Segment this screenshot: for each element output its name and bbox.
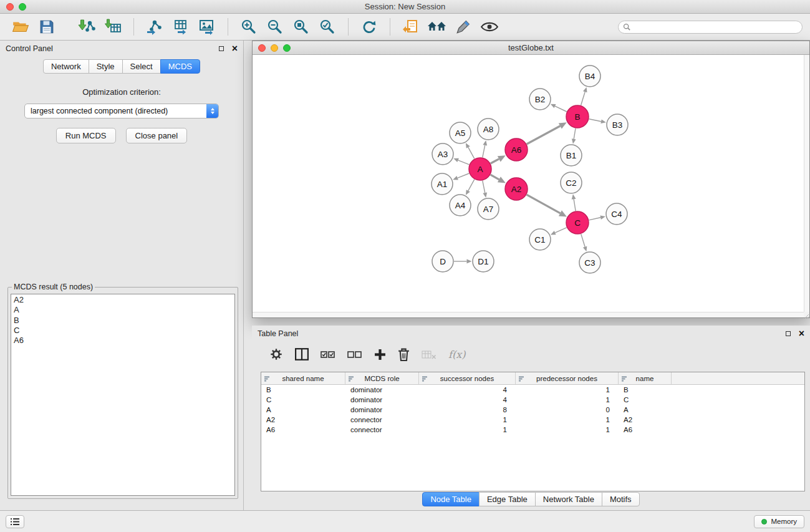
show-hide-details-button[interactable]	[479, 16, 500, 37]
float-table-panel-icon[interactable]	[786, 331, 791, 336]
search-input[interactable]	[633, 22, 798, 31]
new-network-icon	[146, 19, 163, 35]
graph-edge-A-A5[interactable]	[468, 147, 475, 158]
run-mcds-button[interactable]: Run MCDS	[56, 128, 116, 143]
graph-edge-B-B3[interactable]	[589, 119, 601, 122]
network-horizontal-scrollbar[interactable]	[253, 312, 804, 317]
task-history-button[interactable]	[6, 515, 24, 528]
main-toolbar	[0, 14, 810, 41]
graph-node-label-B2: B2	[535, 95, 546, 104]
graph-edge-A2-C[interactable]	[527, 195, 561, 213]
table-row[interactable]: Cdominator41C	[261, 395, 804, 405]
table-settings-button[interactable]	[269, 347, 283, 361]
optimization-criterion-select[interactable]: largest connected component (directed)	[24, 104, 219, 118]
delete-rows-button[interactable]	[398, 348, 410, 361]
graph-edge-C-C4[interactable]	[589, 218, 601, 220]
table-cell: 1	[516, 395, 619, 405]
float-panel-icon[interactable]	[219, 46, 224, 51]
graph-edge-A-A8[interactable]	[483, 145, 485, 157]
table-tab-node-table[interactable]: Node Table	[422, 492, 480, 506]
zoom-out-button[interactable]	[264, 16, 286, 37]
graph-edge-C-C2[interactable]	[574, 199, 576, 211]
graph-edge-B-B2[interactable]	[555, 106, 567, 112]
graph-edge-C-C3[interactable]	[581, 234, 585, 247]
search-box[interactable]	[618, 21, 803, 34]
zoom-in-button[interactable]	[238, 16, 259, 37]
show-columns-button[interactable]	[295, 348, 309, 360]
table-cell: A6	[261, 425, 345, 435]
mcds-result-item[interactable]: A6	[14, 336, 232, 346]
column-header-predecessor-nodes[interactable]: predecessor nodes	[516, 372, 619, 384]
column-header-successor-nodes[interactable]: successor nodes	[419, 372, 516, 384]
new-table-button[interactable]	[170, 16, 191, 37]
mcds-result-item[interactable]: A	[14, 305, 232, 315]
control-tab-network[interactable]: Network	[43, 59, 89, 74]
graph-edge-A-A4[interactable]	[468, 180, 475, 191]
import-network-button[interactable]	[76, 16, 97, 37]
graph-edge-B-B4[interactable]	[581, 92, 586, 105]
apply-layout-button[interactable]	[359, 16, 380, 37]
table-tab-network-table[interactable]: Network Table	[535, 492, 602, 506]
sort-icon	[422, 375, 428, 383]
zoom-fit-button[interactable]	[291, 16, 312, 37]
new-network-button[interactable]	[144, 16, 165, 37]
column-header-MCDS-role[interactable]: MCDS role	[345, 372, 419, 384]
table-row[interactable]: A2connector11A2	[261, 415, 804, 425]
table-tab-motifs[interactable]: Motifs	[602, 492, 640, 506]
close-network-button[interactable]	[258, 44, 266, 52]
control-tab-style[interactable]: Style	[89, 59, 123, 74]
network-window-titlebar[interactable]: testGlobe.txt	[253, 41, 809, 55]
graph-edge-A-A7[interactable]	[483, 181, 485, 193]
zoom-network-button[interactable]	[283, 44, 291, 52]
add-row-button[interactable]	[374, 349, 386, 360]
graphics-brush-button[interactable]	[453, 16, 474, 37]
close-panel-icon[interactable]: ×	[232, 46, 238, 52]
graph-edge-C-C1[interactable]	[555, 228, 567, 233]
import-table-button[interactable]	[102, 16, 123, 37]
network-overview-button[interactable]	[427, 16, 448, 37]
export-image-button[interactable]	[196, 16, 218, 37]
graph-edge-arrowhead	[583, 87, 587, 93]
table-tab-edge-table[interactable]: Edge Table	[479, 492, 536, 506]
memory-status-icon	[761, 519, 767, 525]
graph-edge-A-A3[interactable]	[458, 160, 470, 165]
graph-edge-A6-B[interactable]	[527, 126, 561, 144]
minimize-network-button[interactable]	[271, 44, 278, 52]
memory-button[interactable]: Memory	[754, 515, 804, 528]
resize-grip-icon[interactable]	[804, 312, 809, 317]
control-panel-title: Control Panel	[6, 44, 53, 53]
table-cell: A	[261, 405, 345, 415]
close-window-button[interactable]	[6, 3, 14, 11]
graph-node-label-C2: C2	[566, 178, 576, 188]
zoom-window-button[interactable]	[19, 3, 26, 11]
column-header-name[interactable]: name	[619, 372, 672, 384]
open-network-document-button[interactable]	[400, 16, 422, 37]
close-panel-button[interactable]: Close panel	[126, 128, 188, 143]
graph-node-label-A4: A4	[455, 201, 466, 210]
mcds-result-item[interactable]: A2	[14, 295, 232, 305]
network-canvas[interactable]: B4B2BB3A8A5A6A3B1AC2A1A2A4A7C4CC1DD1C3	[253, 55, 804, 312]
graph-node-label-B: B	[574, 112, 580, 122]
zoom-selected-button[interactable]	[317, 16, 338, 37]
graph-edge-B-B1[interactable]	[574, 128, 576, 139]
control-tab-select[interactable]: Select	[122, 59, 161, 74]
open-session-button[interactable]	[10, 16, 31, 37]
control-tab-mcds[interactable]: MCDS	[160, 59, 200, 74]
graph-edge-A-A6[interactable]	[491, 159, 499, 163]
table-row[interactable]: A6connector11A6	[261, 425, 804, 435]
select-all-rows-button[interactable]	[321, 351, 335, 359]
graph-edge-A-A2[interactable]	[491, 175, 499, 180]
function-builder-button[interactable]: f(x)	[448, 349, 465, 360]
mcds-result-item[interactable]: B	[14, 316, 232, 326]
graph-edge-A-A1[interactable]	[458, 173, 470, 178]
clear-table-button[interactable]	[422, 349, 436, 360]
table-row[interactable]: Bdominator41B	[261, 385, 804, 395]
close-table-panel-icon[interactable]: ×	[799, 331, 804, 337]
mcds-result-item[interactable]: C	[14, 326, 232, 336]
network-vertical-scrollbar[interactable]	[804, 55, 809, 312]
home-pair-icon	[427, 19, 447, 34]
table-row[interactable]: Adominator80A	[261, 405, 804, 415]
deselect-all-rows-button[interactable]	[347, 351, 362, 359]
column-header-shared-name[interactable]: shared name	[261, 372, 345, 384]
save-session-button[interactable]	[36, 16, 57, 37]
